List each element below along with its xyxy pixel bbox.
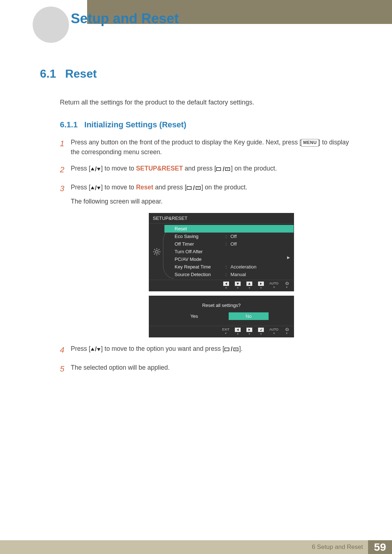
highlight-setup-reset: SETUP&RESET — [136, 165, 183, 172]
svg-marker-18 — [237, 283, 239, 285]
osd-setup-reset-menu: SETUP&RESET ▶ ResetEco Saving:OffOff Tim… — [149, 213, 294, 291]
osd-menu-item[interactable]: Off Timer:Off — [164, 240, 294, 248]
svg-marker-21 — [237, 329, 239, 331]
highlight-reset: Reset — [136, 184, 154, 191]
svg-marker-0 — [91, 167, 95, 170]
source-enter-icon: / — [224, 344, 239, 354]
osd-item-value: Off — [230, 234, 237, 239]
osd-item-value: Off — [230, 241, 237, 247]
svg-line-15 — [154, 253, 155, 254]
gear-icon — [153, 248, 161, 256]
nav-exit-label: EXIT▾ — [222, 328, 229, 336]
nav-back-icon: ▾ — [223, 282, 229, 290]
nav-auto-label: AUTO▾ — [269, 282, 278, 290]
nav-down-icon: ▾ — [234, 282, 241, 290]
menu-button-label: MENU — [301, 139, 318, 147]
footer-page-number: 59 — [368, 540, 392, 554]
svg-marker-5 — [97, 187, 101, 190]
arrow-right-icon: ▶ — [287, 255, 290, 259]
step-number: 5 — [60, 363, 71, 375]
step-text: Press [/] to move to SETUP&RESET and pre… — [71, 164, 356, 174]
step-5: 5 The selected option will be applied. — [60, 363, 356, 375]
osd-item-value: Manual — [230, 272, 246, 277]
page-content: 6.1 Reset Return all the settings for th… — [40, 67, 356, 382]
svg-rect-25 — [225, 348, 229, 351]
osd-nav-bar: ▾ ▾ ▾ ▾ AUTO▾ ⏻▾ — [149, 280, 294, 291]
svg-marker-4 — [91, 186, 95, 189]
osd-item-key: PC/AV Mode — [175, 257, 225, 262]
osd-menu-item[interactable]: Key Repeat Time:Acceleration — [164, 263, 294, 271]
step-text: Press [/] to move to the option you want… — [71, 344, 356, 354]
confirm-yes-option[interactable]: Yes — [174, 312, 214, 320]
step-text: The selected option will be applied. — [71, 363, 356, 373]
svg-marker-20 — [260, 283, 262, 285]
osd-menu-item[interactable]: Eco Saving:Off — [164, 233, 294, 240]
step-4: 4 Press [/] to move to the option you wa… — [60, 344, 356, 356]
nav-up-icon: ▾ — [246, 282, 253, 290]
osd-item-key: Source Detection — [175, 272, 225, 277]
page-footer: 6 Setup and Reset 59 — [0, 540, 392, 554]
chapter-title: Setup and Reset — [71, 11, 179, 26]
osd-item-colon: : — [225, 241, 230, 247]
step-number: 3 — [60, 182, 71, 195]
svg-marker-22 — [249, 329, 250, 331]
confirm-no-option[interactable]: No — [229, 312, 269, 320]
osd-menu-item[interactable]: PC/AV Mode — [164, 255, 294, 263]
up-down-icon: / — [90, 344, 101, 354]
step-after-text: The following screen will appear. — [71, 197, 356, 206]
section-number: 6.1 — [40, 67, 64, 81]
svg-point-8 — [155, 250, 158, 253]
svg-line-14 — [159, 253, 160, 254]
step-number: 1 — [60, 138, 71, 150]
section-title: Reset — [65, 67, 97, 80]
osd-menu-item[interactable]: Reset — [164, 225, 294, 233]
step-1: 1 Press any button on the front of the p… — [60, 138, 356, 157]
step-3: 3 Press [/] to move to Reset and press [… — [60, 182, 356, 206]
chapter-badge-circle — [33, 7, 69, 43]
svg-rect-6 — [187, 186, 191, 189]
step-number: 4 — [60, 344, 71, 356]
subsection-title: Initializing Settings (Reset) — [84, 120, 186, 129]
svg-rect-2 — [216, 168, 221, 171]
osd-reset-confirm: Reset all settings? Yes No EXIT▾ ▾ ▾ ▾ A… — [149, 296, 294, 337]
nav-enter-icon: ▾ — [258, 328, 264, 336]
osd-nav-bar: EXIT▾ ▾ ▾ ▾ AUTO▾ ⏻▾ — [149, 326, 294, 337]
osd-title: SETUP&RESET — [149, 213, 294, 223]
step-text: Press any button on the front of the pro… — [71, 138, 356, 157]
osd-item-colon: : — [225, 272, 230, 277]
osd-item-key: Off Timer — [175, 241, 225, 247]
step-text: Press [/] to move to Reset and press [/]… — [71, 182, 356, 206]
osd-item-key: Turn Off After — [175, 249, 225, 254]
nav-forward-icon: ▾ — [246, 328, 253, 336]
nav-back-icon: ▾ — [234, 328, 241, 336]
osd-item-key: Reset — [175, 226, 225, 231]
footer-chapter-ref: 6 Setup and Reset — [0, 540, 368, 554]
svg-marker-23 — [91, 348, 95, 350]
svg-line-16 — [159, 249, 160, 250]
svg-marker-19 — [248, 283, 250, 285]
step-2: 2 Press [/] to move to SETUP&RESET and p… — [60, 164, 356, 176]
svg-line-13 — [154, 249, 155, 250]
step-number: 2 — [60, 164, 71, 176]
osd-item-key: Eco Saving — [175, 234, 225, 239]
osd-menu-item[interactable]: Source Detection:Manual — [164, 271, 294, 278]
source-enter-icon: / — [216, 164, 231, 174]
section-intro: Return all the settings for the product … — [60, 99, 356, 106]
source-enter-icon: / — [187, 183, 201, 193]
osd-menu-list: ▶ ResetEco Saving:OffOff Timer:OffTurn O… — [164, 223, 294, 280]
section-heading: 6.1 Reset — [40, 67, 356, 81]
svg-marker-24 — [97, 348, 101, 351]
subsection-number: 6.1.1 — [60, 120, 78, 129]
nav-auto-label: AUTO▾ — [269, 328, 278, 336]
nav-forward-icon: ▾ — [258, 282, 264, 290]
osd-item-colon: : — [225, 234, 230, 239]
up-down-icon: / — [90, 164, 101, 174]
svg-marker-17 — [225, 283, 227, 285]
osd-menu-item[interactable]: Turn Off After — [164, 248, 294, 255]
subsection-heading: 6.1.1 Initializing Settings (Reset) — [60, 120, 356, 130]
osd-item-value: Acceleration — [230, 264, 257, 270]
nav-power-icon: ⏻▾ — [283, 328, 290, 336]
osd-confirm-message: Reset all settings? — [149, 296, 294, 312]
nav-power-icon: ⏻▾ — [283, 282, 290, 290]
svg-marker-1 — [97, 168, 101, 171]
